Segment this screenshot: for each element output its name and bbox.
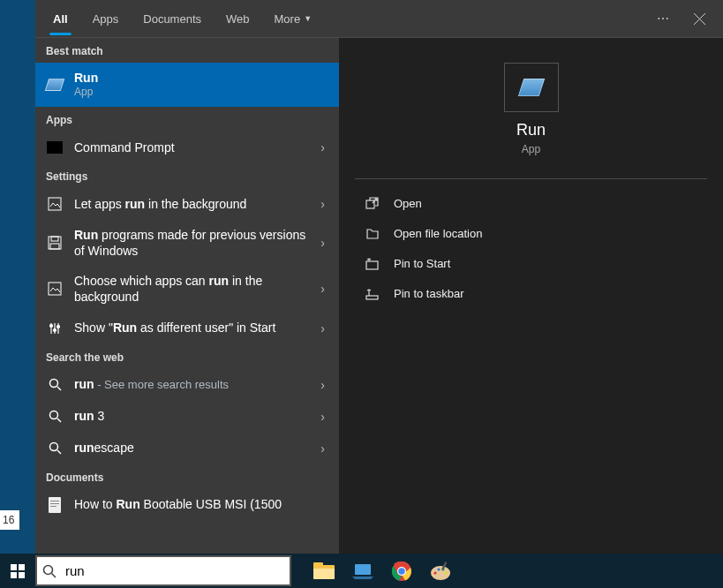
- result-web-run[interactable]: run - See more search results ›: [35, 369, 339, 401]
- chrome-icon[interactable]: [390, 560, 413, 583]
- svg-point-14: [49, 380, 57, 388]
- taskbar-search[interactable]: [35, 555, 291, 586]
- svg-point-13: [57, 325, 60, 328]
- section-best-match: Best match: [35, 38, 339, 63]
- more-options-button[interactable]: ⋯: [644, 11, 682, 26]
- tab-documents[interactable]: Documents: [131, 0, 214, 37]
- svg-point-41: [433, 571, 436, 574]
- sliders-icon: [46, 320, 64, 337]
- result-doc-howto[interactable]: How to Run Bootable USB MSI (1500: [35, 489, 339, 521]
- chevron-right-icon: ›: [317, 197, 328, 211]
- svg-rect-5: [51, 237, 58, 241]
- svg-rect-24: [366, 200, 374, 208]
- svg-rect-29: [11, 572, 17, 578]
- document-icon: [46, 496, 64, 514]
- open-icon: [364, 195, 380, 211]
- tab-web[interactable]: Web: [214, 0, 262, 37]
- chevron-right-icon: ›: [317, 282, 328, 296]
- run-icon: [46, 76, 64, 94]
- result-web-runescape[interactable]: runescape ›: [35, 433, 339, 464]
- preview-pane: Run App Open Open file location Pin to S…: [339, 38, 723, 554]
- file-explorer-icon[interactable]: [313, 560, 335, 583]
- preview-icon: [504, 63, 559, 112]
- result-web-run3[interactable]: run 3 ›: [35, 401, 339, 433]
- search-icon: [46, 408, 64, 426]
- action-open-location[interactable]: Open file location: [355, 218, 707, 248]
- image-square-icon: [46, 280, 64, 298]
- action-open[interactable]: Open: [355, 188, 707, 218]
- svg-point-40: [431, 566, 450, 580]
- floppy-icon: [46, 234, 64, 252]
- svg-rect-28: [19, 564, 25, 570]
- result-command-prompt[interactable]: Command Prompt ›: [35, 132, 339, 163]
- svg-line-19: [57, 450, 61, 454]
- result-run-app[interactable]: Run App: [35, 63, 339, 107]
- tab-apps[interactable]: Apps: [80, 0, 132, 37]
- svg-rect-25: [366, 261, 378, 269]
- search-icon: [46, 376, 64, 394]
- preview-title: Run: [355, 121, 707, 139]
- svg-rect-36: [355, 564, 371, 575]
- svg-rect-23: [50, 506, 56, 507]
- terminal-icon: [46, 139, 64, 156]
- paint-icon[interactable]: [429, 560, 452, 583]
- preview-type: App: [355, 143, 707, 155]
- svg-line-15: [57, 387, 61, 390]
- chevron-right-icon: ›: [317, 321, 328, 335]
- svg-point-16: [49, 411, 57, 419]
- search-icon: [42, 564, 56, 578]
- svg-point-12: [54, 328, 56, 331]
- svg-point-18: [49, 443, 57, 451]
- result-setting-bgapps[interactable]: Let apps run in the background ›: [35, 188, 339, 220]
- svg-rect-26: [366, 296, 378, 299]
- chevron-right-icon: ›: [317, 378, 328, 392]
- action-pin-taskbar[interactable]: Pin to taskbar: [355, 278, 707, 308]
- svg-point-44: [444, 571, 447, 574]
- svg-rect-35: [313, 569, 335, 579]
- pin-taskbar-icon: [364, 285, 380, 301]
- chevron-down-icon: ▼: [304, 14, 312, 23]
- tab-all[interactable]: All: [41, 0, 80, 37]
- svg-rect-21: [50, 501, 59, 501]
- section-web: Search the web: [35, 344, 339, 369]
- search-input[interactable]: [65, 563, 284, 578]
- svg-rect-34: [313, 562, 323, 568]
- divider: [355, 178, 707, 179]
- section-apps: Apps: [35, 107, 339, 132]
- laptop-icon[interactable]: [351, 560, 374, 583]
- svg-line-32: [52, 573, 56, 577]
- svg-point-11: [50, 324, 53, 327]
- svg-rect-22: [50, 503, 59, 504]
- chevron-right-icon: ›: [317, 140, 328, 155]
- search-results-panel: All Apps Documents Web More▼ ⋯ Best matc…: [35, 0, 723, 554]
- svg-rect-27: [11, 564, 17, 570]
- svg-line-17: [57, 418, 61, 422]
- svg-rect-3: [49, 198, 61, 210]
- svg-rect-30: [19, 572, 25, 578]
- start-button[interactable]: [0, 554, 35, 588]
- action-pin-start[interactable]: Pin to Start: [355, 248, 707, 278]
- tab-more[interactable]: More▼: [262, 0, 325, 37]
- search-icon: [46, 440, 64, 457]
- results-list: Best match Run App Apps Command Prompt ›…: [35, 38, 339, 554]
- svg-point-42: [437, 568, 440, 570]
- result-setting-runas[interactable]: Show "Run as different user" in Start ›: [35, 313, 339, 344]
- result-setting-choose-bg[interactable]: Choose which apps can run in the backgro…: [35, 266, 339, 312]
- taskbar: [0, 554, 723, 588]
- section-settings: Settings: [35, 163, 339, 188]
- chevron-right-icon: ›: [317, 236, 328, 250]
- svg-rect-20: [49, 497, 61, 513]
- svg-rect-7: [49, 283, 61, 295]
- filter-tabs: All Apps Documents Web More▼ ⋯: [35, 0, 723, 37]
- folder-icon: [364, 225, 380, 241]
- chevron-right-icon: ›: [317, 441, 328, 456]
- svg-point-31: [44, 565, 53, 574]
- svg-rect-2: [47, 141, 63, 154]
- svg-rect-6: [50, 244, 59, 249]
- section-documents: Documents: [35, 464, 339, 489]
- close-button[interactable]: [682, 13, 718, 25]
- chevron-right-icon: ›: [317, 410, 328, 424]
- result-setting-compat[interactable]: Run programs made for previous versions …: [35, 220, 339, 266]
- image-square-icon: [46, 195, 64, 213]
- svg-point-39: [398, 568, 405, 575]
